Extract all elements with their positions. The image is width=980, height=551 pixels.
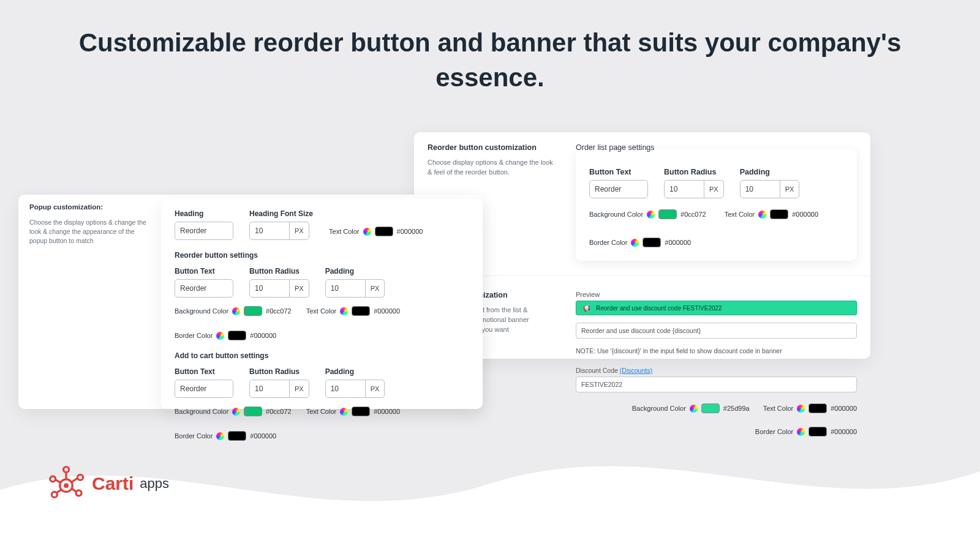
px-unit: PX <box>366 279 385 298</box>
svg-point-4 <box>76 490 81 496</box>
padding-label: Padding <box>325 267 385 276</box>
color-swatch <box>701 403 720 413</box>
reorder-padding-input[interactable] <box>325 279 366 298</box>
heading-label: Heading <box>175 209 233 218</box>
banner-text-color-picker[interactable]: Text Color #000000 <box>763 403 857 413</box>
color-wheel-icon <box>690 405 698 413</box>
color-swatch <box>352 407 370 416</box>
color-wheel-icon <box>647 211 655 219</box>
color-wheel-icon <box>340 307 348 315</box>
px-unit: PX <box>290 279 309 298</box>
color-swatch <box>244 306 262 316</box>
color-wheel-icon <box>758 211 766 219</box>
bg-color-label: Background Color <box>175 307 228 315</box>
hex-value: #000000 <box>665 239 691 246</box>
discount-code-label: Discount Code (Discounts) <box>576 367 857 374</box>
color-swatch <box>228 331 246 340</box>
color-wheel-icon <box>631 239 639 247</box>
svg-line-9 <box>71 489 76 492</box>
button-text-input[interactable] <box>589 180 648 198</box>
reorder-border-color-picker[interactable]: Border Color#000000 <box>175 331 276 340</box>
button-radius-label: Button Radius <box>249 267 309 276</box>
hex-value: #000000 <box>374 408 400 415</box>
svg-point-3 <box>51 492 57 497</box>
border-color-picker[interactable]: Border Color #000000 <box>589 238 691 247</box>
reorder-bg-color-picker[interactable]: Background Color#0cc072 <box>175 306 292 316</box>
text-color-label: Text Color <box>763 405 794 412</box>
text-color-picker[interactable]: Text Color #000000 <box>725 209 818 219</box>
color-wheel-icon <box>232 408 240 416</box>
color-swatch <box>770 209 788 219</box>
heading-font-size-input[interactable] <box>249 222 290 240</box>
svg-line-10 <box>72 478 78 482</box>
button-radius-input[interactable] <box>664 180 704 198</box>
hex-value: #000000 <box>250 332 276 339</box>
border-color-label: Border Color <box>589 239 627 246</box>
discounts-link[interactable]: (Discounts) <box>620 367 652 374</box>
addcart-button-radius-input[interactable] <box>249 380 290 398</box>
svg-point-1 <box>64 467 69 472</box>
color-swatch <box>658 209 677 219</box>
discount-code-text: Discount Code <box>576 367 618 374</box>
popup-settings-card: Heading Heading Font Size PX Text Color … <box>161 198 483 409</box>
border-color-label: Border Color <box>175 332 213 339</box>
svg-point-11 <box>64 483 69 488</box>
heading-text-color-picker[interactable]: Text Color #000000 <box>329 227 423 236</box>
color-wheel-icon <box>232 307 240 315</box>
color-wheel-icon <box>216 332 224 340</box>
reorder-customization-desc: Choose display options & change the look… <box>428 158 556 178</box>
px-unit: PX <box>780 180 800 198</box>
bg-color-picker[interactable]: Background Color #0cc072 <box>589 209 706 219</box>
text-color-label: Text Color <box>329 228 360 235</box>
addcart-padding-input[interactable] <box>325 380 366 398</box>
heading-font-size-label: Heading Font Size <box>249 209 313 218</box>
reorder-button-radius-input[interactable] <box>249 279 290 298</box>
megaphone-icon: 📢 <box>582 304 591 312</box>
addcart-bg-color-picker[interactable]: Background Color#0cc072 <box>175 407 292 416</box>
padding-input[interactable] <box>740 180 780 198</box>
text-color-label: Text Color <box>306 408 337 415</box>
banner-bg-color-picker[interactable]: Background Color #25d99a <box>632 403 750 413</box>
bg-color-label: Background Color <box>175 408 228 415</box>
px-unit: PX <box>290 380 309 398</box>
discount-code-input[interactable] <box>576 377 857 392</box>
banner-preview: 📢 Reorder and use discount code FESTIVE2… <box>576 301 857 315</box>
button-text-label: Button Text <box>175 367 233 376</box>
button-radius-label: Button Radius <box>249 367 309 376</box>
addcart-text-color-picker[interactable]: Text Color#000000 <box>306 407 400 416</box>
addcart-button-text-input[interactable] <box>175 380 233 398</box>
text-color-label: Text Color <box>725 211 755 218</box>
order-list-card: Button Text Button Radius PX Padding <box>576 149 857 261</box>
reorder-customization-title: Reorder button customization <box>428 143 556 152</box>
reorder-button-text-input[interactable] <box>175 279 233 298</box>
color-swatch <box>375 227 393 236</box>
color-swatch <box>352 306 370 316</box>
add-to-cart-settings-heading: Add to cart button settings <box>175 351 469 360</box>
button-radius-label: Button Radius <box>664 168 724 176</box>
padding-label: Padding <box>325 367 385 376</box>
color-wheel-icon <box>340 408 348 416</box>
hex-value: #000000 <box>831 405 857 412</box>
px-unit: PX <box>366 380 385 398</box>
heading-input[interactable] <box>175 222 233 240</box>
button-text-label: Button Text <box>175 267 233 276</box>
svg-line-8 <box>57 490 62 493</box>
brand-name: Carti <box>92 473 134 494</box>
brand-suffix: apps <box>140 476 169 492</box>
banner-note: NOTE: Use '{discount}' in the input fiel… <box>576 347 857 354</box>
bg-color-label: Background Color <box>632 405 686 412</box>
popup-customization-desc: Choose the display options & change the … <box>29 218 152 246</box>
svg-point-5 <box>78 474 83 480</box>
hex-value: #25d99a <box>723 405 750 412</box>
reorder-text-color-picker[interactable]: Text Color#000000 <box>306 306 400 316</box>
hex-value: #000000 <box>792 211 818 218</box>
hex-value: #0cc072 <box>266 408 292 415</box>
logo-icon <box>47 464 86 503</box>
svg-point-2 <box>50 476 56 482</box>
color-wheel-icon <box>797 405 805 413</box>
color-swatch <box>244 407 262 416</box>
banner-preview-text: Reorder and use discount code FESTIVE202… <box>596 305 722 312</box>
hex-value: #000000 <box>374 307 400 315</box>
hex-value: #0cc072 <box>266 307 292 315</box>
banner-text-input[interactable] <box>576 323 857 339</box>
